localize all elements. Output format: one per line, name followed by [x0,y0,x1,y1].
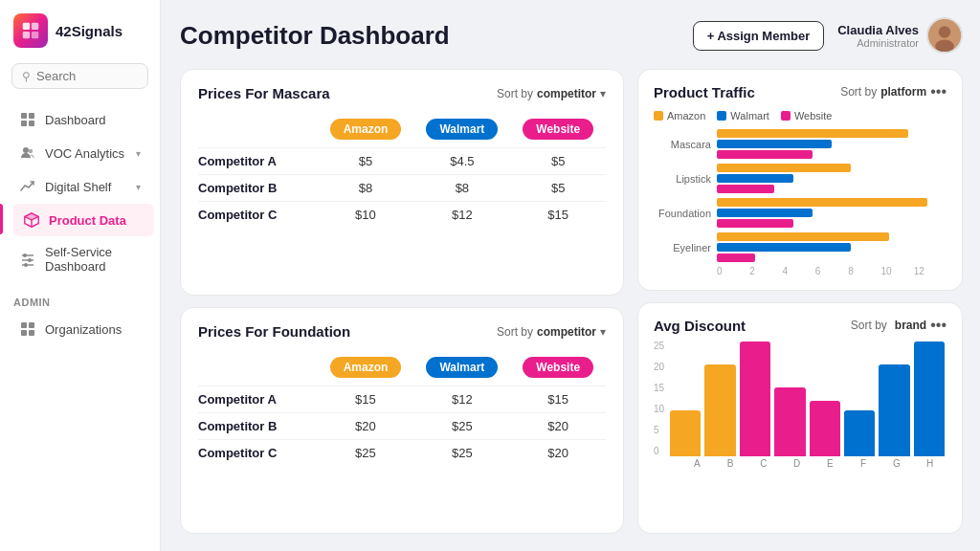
discount-bar [879,364,909,456]
traffic-bar [717,243,851,252]
mascara-row3-v1: $10 [318,202,414,229]
user-role: Administrator [837,37,919,49]
x-tick: 12 [914,266,947,276]
y-tick: 5 [654,426,664,435]
active-indicator [0,204,3,234]
y-tick: 20 [654,363,664,372]
user-info: Claudia Alves Administrator [837,17,963,54]
svg-point-18 [28,258,32,262]
svg-point-8 [23,147,29,153]
logo-icon [13,13,48,48]
traffic-bar [717,129,908,138]
svg-rect-23 [21,330,27,336]
discount-menu-dots[interactable]: ••• [930,317,947,334]
legend-website: Website [781,110,833,121]
traffic-row-bars [717,164,947,193]
discount-x-label: B [714,458,747,469]
y-tick: 10 [654,405,664,414]
sidebar-item-organizations[interactable]: Organizations [6,313,154,345]
sidebar-item-self-service[interactable]: Self-Service Dashboard [6,237,154,281]
sidebar-item-digital-shelf[interactable]: Digital Shelf ▾ [6,170,154,203]
left-column: Prices For Mascara Sort by competitor ▾ … [180,69,624,534]
table-row: Competitor B $20 $25 $20 [198,413,606,440]
logo: 42Signals [0,0,160,57]
sidebar-item-self-service-label: Self-Service Dashboard [45,245,141,274]
legend-walmart-label: Walmart [730,110,769,121]
foundation-header-row: Amazon Walmart Website [198,353,606,386]
sidebar-item-product-data[interactable]: Product Data [13,204,154,236]
svg-rect-22 [29,322,34,328]
discount-sort[interactable]: Sort by brand ••• [851,317,947,334]
legend-walmart: Walmart [717,110,769,121]
discount-chart-inner: 0510152025 [654,342,947,456]
foundation-sort-value: competitor [537,325,596,339]
sidebar-item-product-data-label: Product Data [49,213,126,228]
svg-point-16 [23,253,27,257]
traffic-row-label: Lipstick [654,173,711,185]
svg-rect-4 [21,113,27,119]
mascara-col1-header: Amazon [318,115,414,148]
sidebar-item-voc-label: VOC Analytics [45,146,124,161]
traffic-bar [717,219,793,228]
discount-bar [774,387,805,456]
foundation-card-title: Prices For Foundation [198,323,350,340]
discount-bar [704,364,735,456]
sidebar-item-dashboard[interactable]: Dashboard [6,103,154,136]
y-tick: 25 [654,342,664,351]
mascara-row2-v3: $5 [510,175,606,202]
nav: Dashboard VOC Analytics ▾ Digi [0,99,160,551]
assign-member-button[interactable]: + Assign Member [693,21,825,51]
table-row: Competitor A $5 $4.5 $5 [198,148,606,175]
svg-point-9 [29,149,33,153]
mascara-table: Amazon Walmart Website Competitor A $5 $… [198,115,606,228]
discount-x-labels: ABCDEFGH [654,456,947,469]
traffic-row: Foundation [654,198,947,228]
app-name: 42Signals [56,23,122,39]
foundation-row2-label: Competitor B [198,413,318,440]
y-tick: 0 [654,447,664,456]
mascara-row2-v2: $8 [413,175,510,202]
traffic-row-bars [717,129,947,159]
search-input[interactable] [36,69,138,83]
foundation-sort[interactable]: Sort by competitor ▾ [497,325,606,339]
foundation-col3-header: Website [510,353,606,386]
traffic-legend: Amazon Walmart Website [654,110,947,121]
mascara-card-title: Prices For Mascara [198,85,330,101]
mascara-row1-v2: $4.5 [413,148,510,175]
avatar [926,17,963,54]
sidebar-item-organizations-label: Organizations [45,322,122,337]
svg-rect-1 [32,23,38,30]
discount-sort-label: Sort by [851,319,887,332]
traffic-bar [717,198,927,207]
discount-x-label: A [680,458,714,469]
discount-x-label: G [880,458,914,469]
traffic-bar [717,185,774,193]
traffic-bar [717,174,793,183]
mascara-row1-v3: $5 [510,148,606,175]
sliders-icon [19,251,36,268]
discount-card: Avg Discount Sort by brand ••• 051015202… [637,302,963,534]
foundation-card-header: Prices For Foundation Sort by competitor… [198,323,606,340]
foundation-row1-v1: $15 [318,386,414,413]
sidebar-item-dashboard-label: Dashboard [45,113,106,127]
x-tick: 2 [749,266,782,276]
x-tick: 0 [717,266,749,276]
traffic-row-label: Eyeliner [654,242,711,253]
mascara-row3-v2: $12 [413,202,510,229]
foundation-row1-v3: $15 [510,386,606,413]
discount-x-label: C [747,458,781,469]
svg-point-27 [935,39,954,53]
svg-rect-3 [32,32,38,38]
foundation-row3-v1: $25 [318,440,414,467]
traffic-menu-dots[interactable]: ••• [930,83,947,100]
mascara-sort[interactable]: Sort by competitor ▾ [497,87,606,100]
user-details: Claudia Alves Administrator [837,23,919,49]
search-box[interactable]: ⚲ [11,63,148,89]
svg-marker-11 [25,213,38,220]
traffic-bar [717,232,889,241]
traffic-sort[interactable]: Sort by platform ••• [840,83,947,100]
svg-rect-7 [29,121,34,126]
discount-bar [740,342,770,456]
sidebar-item-voc-analytics[interactable]: VOC Analytics ▾ [6,137,154,169]
traffic-bar [717,164,851,172]
